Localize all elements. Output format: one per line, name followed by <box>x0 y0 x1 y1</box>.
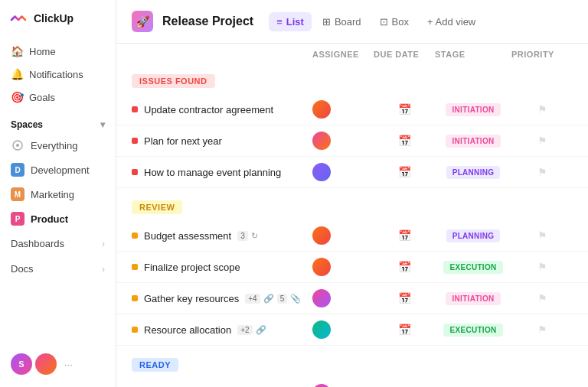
project-title: Release Project <box>162 15 253 28</box>
priority-cell: ⚑ <box>511 261 573 273</box>
priority-icon: ⚑ <box>537 166 547 178</box>
table-row[interactable]: New contractor agreement 📅 PLANNING ⚑ <box>116 378 588 387</box>
sidebar-item-marketing[interactable]: M Marketing <box>0 182 116 207</box>
sidebar-item-everything[interactable]: Everything <box>0 133 116 158</box>
col-priority: PRIORITY <box>511 50 573 59</box>
avatar <box>312 289 331 307</box>
due-date-cell: 📅 <box>374 166 435 178</box>
stage-badge: PLANNING <box>446 166 501 179</box>
avatar <box>312 132 331 150</box>
everything-icon <box>11 138 24 152</box>
marketing-dot: M <box>11 187 24 201</box>
clip-icon: 📎 <box>290 294 301 304</box>
task-meta: +2 🔗 <box>237 325 266 335</box>
task-priority-dot <box>132 106 138 112</box>
task-priority-dot <box>132 295 138 301</box>
main-header: 🚀 Release Project ≡ List ⊞ Board ⊡ Box +… <box>116 0 588 44</box>
task-name: Budget assessment 3 ↻ <box>132 230 312 242</box>
spaces-section-header: Spaces ▾ <box>0 112 116 133</box>
col-task <box>132 50 312 59</box>
add-view-button[interactable]: + Add view <box>420 12 483 31</box>
nav-home-label: Home <box>29 46 56 57</box>
task-priority-dot <box>132 138 138 144</box>
tab-board[interactable]: ⊞ Board <box>315 12 369 31</box>
sidebar-item-product[interactable]: P Product <box>0 207 116 231</box>
avatar <box>312 226 331 245</box>
task-name: Finalize project scope <box>132 262 312 273</box>
stage-badge: EXECUTION <box>443 261 502 274</box>
sidebar-item-notifications[interactable]: 🔔 Notifications <box>0 63 116 86</box>
priority-cell: ⚑ <box>511 103 573 115</box>
task-count: 3 <box>237 231 248 241</box>
section-review-label: REVIEW <box>132 200 182 214</box>
main-content: 🚀 Release Project ≡ List ⊞ Board ⊡ Box +… <box>116 0 588 387</box>
development-dot: D <box>11 163 24 177</box>
task-title: Resource allocation <box>144 324 231 336</box>
task-priority-dot <box>132 233 138 239</box>
calendar-icon: 📅 <box>398 166 411 178</box>
due-date-cell: 📅 <box>374 324 435 336</box>
home-icon: 🏠 <box>11 45 23 57</box>
priority-icon: ⚑ <box>537 261 547 273</box>
app-logo: ClickUp <box>0 0 116 37</box>
assignee-cell <box>312 258 374 276</box>
assignee-cell <box>312 163 374 181</box>
clip-count: 5 <box>277 294 288 304</box>
task-count: +4 <box>245 294 260 304</box>
section-ready-label: READY <box>132 358 178 372</box>
tab-list[interactable]: ≡ List <box>269 12 312 31</box>
board-icon: ⊞ <box>322 16 331 28</box>
stage-cell: PLANNING <box>435 229 511 242</box>
tab-list-label: List <box>286 16 304 28</box>
project-icon: 🚀 <box>132 11 153 32</box>
development-label: Development <box>31 164 90 176</box>
sidebar-item-goals[interactable]: 🎯 Goals <box>0 86 116 109</box>
task-priority-dot <box>132 327 138 333</box>
dashboards-label: Dashboards <box>11 238 64 249</box>
assignee-cell <box>312 132 374 150</box>
table-row[interactable]: Finalize project scope 📅 EXECUTION ⚑ <box>116 252 588 283</box>
tab-box[interactable]: ⊡ Box <box>372 12 416 31</box>
nav-goals-label: Goals <box>29 92 55 103</box>
section-ready: READY New contractor agreement 📅 PLANNIN… <box>116 349 588 387</box>
stage-cell: PLANNING <box>435 166 511 179</box>
everything-label: Everything <box>31 140 77 151</box>
section-review: REVIEW Budget assessment 3 ↻ 📅 <box>116 191 588 346</box>
task-title: How to manage event planning <box>144 167 281 178</box>
table-row[interactable]: Resource allocation +2 🔗 📅 EXECUTION ⚑ <box>116 314 588 346</box>
table-header: ASSIGNEE DUE DATE STAGE PRIORITY <box>116 44 588 65</box>
task-name: Plan for next year <box>132 135 312 147</box>
task-name: Resource allocation +2 🔗 <box>132 324 312 336</box>
docs-label: Docs <box>11 263 34 275</box>
sidebar-item-docs[interactable]: Docs › <box>0 256 116 281</box>
col-stage: STAGE <box>435 50 511 59</box>
view-tabs: ≡ List ⊞ Board ⊡ Box + Add view <box>269 12 483 31</box>
calendar-icon: 📅 <box>398 103 411 115</box>
sidebar-item-dashboards[interactable]: Dashboards › <box>0 231 116 256</box>
assignee-cell <box>312 100 374 119</box>
priority-icon: ⚑ <box>537 292 547 304</box>
table-row[interactable]: Budget assessment 3 ↻ 📅 PLANNING ⚑ <box>116 220 588 252</box>
list-icon: ≡ <box>276 16 283 28</box>
svg-point-1 <box>16 144 19 147</box>
table-row[interactable]: Gather key resources +4 🔗 5 📎 📅 INITIATI… <box>116 283 588 314</box>
table-row[interactable]: How to manage event planning 📅 PLANNING … <box>116 157 588 188</box>
sidebar-item-home[interactable]: 🏠 Home <box>0 40 116 63</box>
refresh-icon: ↻ <box>251 231 258 241</box>
sidebar-item-development[interactable]: D Development <box>0 158 116 182</box>
user-menu-dots[interactable]: ··· <box>64 359 73 370</box>
avatar-s: S <box>11 353 32 375</box>
task-meta: 3 ↻ <box>237 231 258 241</box>
calendar-icon: 📅 <box>398 324 411 336</box>
table-row[interactable]: Update contractor agreement 📅 INITIATION… <box>116 94 588 125</box>
calendar-icon: 📅 <box>398 229 411 242</box>
task-name: Update contractor agreement <box>132 104 312 115</box>
table-row[interactable]: Plan for next year 📅 INITIATION ⚑ <box>116 125 588 157</box>
task-title: Gather key resources <box>144 293 239 304</box>
task-meta: +4 🔗 5 📎 <box>245 294 301 304</box>
task-title: Budget assessment <box>144 230 231 242</box>
avatar <box>312 384 331 387</box>
stage-badge: INITIATION <box>446 103 500 116</box>
task-title: Finalize project scope <box>144 262 240 273</box>
task-priority-dot <box>132 264 138 270</box>
